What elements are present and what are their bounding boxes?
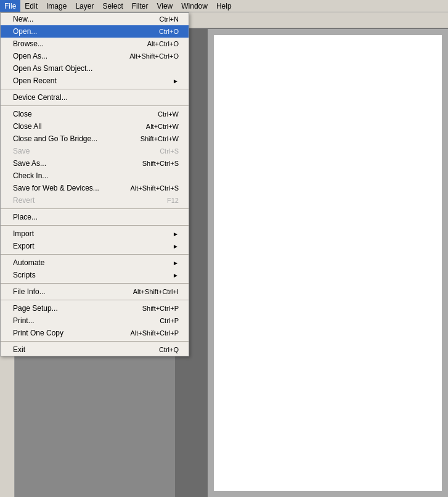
menu-item-place-label: Place... [13, 213, 38, 221]
menu-item-open-as[interactable]: Open As... Alt+Shift+Ctrl+O [1, 50, 189, 62]
menu-item-close-label: Close [13, 110, 32, 118]
file-dropdown-menu: New... Ctrl+N Open... Ctrl+O Browse... A… [0, 12, 189, 356]
separator-8 [1, 341, 189, 342]
menu-item-new[interactable]: New... Ctrl+N [1, 13, 189, 25]
menu-item-automate-arrow: ► [173, 260, 179, 266]
separator-1 [1, 89, 189, 89]
menu-item-check-in-label: Check In... [13, 171, 48, 180]
menu-item-close-bridge-label: Close and Go To Bridge... [13, 134, 97, 143]
separator-7 [1, 300, 189, 300]
menu-edit[interactable]: Edit [20, 0, 42, 12]
menu-item-automate[interactable]: Automate ► [1, 257, 189, 269]
menu-item-close-bridge[interactable]: Close and Go To Bridge... Shift+Ctrl+W [1, 133, 189, 145]
menu-item-close-all-label: Close All [13, 122, 42, 131]
menu-item-save-as[interactable]: Save As... Shift+Ctrl+S [1, 157, 189, 170]
menu-item-save-web[interactable]: Save for Web & Devices... Alt+Shift+Ctrl… [1, 182, 189, 194]
menu-image[interactable]: Image [42, 0, 71, 12]
menu-item-save-shortcut: Ctrl+S [160, 147, 179, 155]
menu-item-browse-shortcut: Alt+Ctrl+O [147, 40, 179, 47]
menu-filter[interactable]: Filter [128, 0, 153, 12]
separator-2 [1, 105, 189, 106]
menu-item-print-one-label: Print One Copy [13, 329, 63, 337]
menu-item-new-label: New... [13, 15, 33, 23]
menu-item-exit[interactable]: Exit Ctrl+Q [1, 343, 189, 356]
menu-item-revert[interactable]: Revert F12 [1, 194, 189, 207]
menu-item-import[interactable]: Import ► [1, 228, 189, 240]
menu-item-import-label: Import [13, 229, 34, 238]
menu-item-revert-label: Revert [13, 196, 35, 205]
menu-item-automate-label: Automate [13, 258, 44, 267]
menu-item-open-recent-arrow: ► [173, 78, 179, 84]
menu-item-scripts-label: Scripts [13, 271, 36, 279]
menu-item-file-info[interactable]: File Info... Alt+Shift+Ctrl+I [1, 285, 189, 298]
menu-item-open-recent-label: Open Recent [13, 76, 57, 85]
separator-6 [1, 283, 189, 284]
menu-item-save-web-shortcut: Alt+Shift+Ctrl+S [130, 184, 179, 192]
menu-item-export-arrow: ► [173, 243, 179, 250]
separator-3 [1, 208, 189, 209]
menu-item-import-arrow: ► [173, 231, 179, 237]
menu-item-close-shortcut: Ctrl+W [158, 110, 179, 118]
menu-item-open-recent[interactable]: Open Recent ► [1, 75, 189, 87]
menu-item-print-one[interactable]: Print One Copy Alt+Shift+Ctrl+P [1, 327, 189, 339]
menu-item-open-as-label: Open As... [13, 52, 47, 60]
menu-item-export[interactable]: Export ► [1, 240, 189, 252]
menu-window[interactable]: Window [177, 0, 212, 12]
menu-item-save-as-label: Save As... [13, 159, 46, 168]
menu-item-print-one-shortcut: Alt+Shift+Ctrl+P [130, 329, 179, 337]
menu-item-file-info-shortcut: Alt+Shift+Ctrl+I [133, 288, 179, 295]
separator-5 [1, 254, 189, 255]
menu-select[interactable]: Select [98, 0, 127, 12]
menu-item-page-setup[interactable]: Page Setup... Shift+Ctrl+P [1, 302, 189, 314]
menu-item-close[interactable]: Close Ctrl+W [1, 108, 189, 120]
menu-item-close-all[interactable]: Close All Alt+Ctrl+W [1, 120, 189, 133]
menu-item-exit-shortcut: Ctrl+Q [159, 346, 179, 353]
menu-item-save-as-shortcut: Shift+Ctrl+S [142, 160, 179, 167]
menu-item-close-all-shortcut: Alt+Ctrl+W [146, 123, 179, 130]
menu-file[interactable]: File [0, 0, 20, 12]
menubar: File Edit Image Layer Select Filter View… [0, 0, 448, 12]
menu-item-open-shortcut: Ctrl+O [159, 28, 179, 35]
menu-item-save-web-label: Save for Web & Devices... [13, 184, 99, 192]
menu-item-revert-shortcut: F12 [167, 197, 179, 204]
menu-item-save-label: Save [13, 147, 30, 155]
menu-item-browse-label: Browse... [13, 39, 44, 48]
menu-item-device-central-label: Device Central... [13, 93, 68, 102]
menu-item-page-setup-shortcut: Shift+Ctrl+P [142, 305, 179, 312]
menu-item-page-setup-label: Page Setup... [13, 304, 58, 313]
separator-4 [1, 225, 189, 226]
menu-item-browse[interactable]: Browse... Alt+Ctrl+O [1, 38, 189, 50]
menu-item-exit-label: Exit [13, 345, 25, 354]
menu-item-new-shortcut: Ctrl+N [160, 15, 179, 23]
menu-item-save[interactable]: Save Ctrl+S [1, 145, 189, 157]
menu-item-scripts-arrow: ► [173, 272, 179, 279]
menu-item-device-central[interactable]: Device Central... [1, 91, 189, 104]
menu-item-scripts[interactable]: Scripts ► [1, 269, 189, 281]
menu-item-print-label: Print... [13, 316, 35, 325]
menu-help[interactable]: Help [212, 0, 236, 12]
menu-layer[interactable]: Layer [71, 0, 98, 12]
canvas-content [214, 35, 442, 491]
menu-item-place[interactable]: Place... [1, 211, 189, 223]
menu-item-print-shortcut: Ctrl+P [160, 317, 179, 324]
canvas-window [208, 29, 448, 497]
menu-view[interactable]: View [152, 0, 177, 12]
menu-item-open-as-shortcut: Alt+Shift+Ctrl+O [129, 52, 179, 60]
menu-item-check-in[interactable]: Check In... [1, 170, 189, 182]
menu-item-print[interactable]: Print... Ctrl+P [1, 314, 189, 327]
menu-item-open[interactable]: Open... Ctrl+O [1, 25, 189, 38]
menu-item-close-bridge-shortcut: Shift+Ctrl+W [141, 135, 179, 142]
menu-item-export-label: Export [13, 242, 35, 250]
menu-item-open-smart[interactable]: Open As Smart Object... [1, 62, 189, 75]
menu-item-file-info-label: File Info... [13, 287, 46, 296]
menu-item-open-smart-label: Open As Smart Object... [13, 64, 92, 73]
image-thumbnail [15, 355, 175, 497]
menu-item-open-label: Open... [13, 27, 37, 36]
